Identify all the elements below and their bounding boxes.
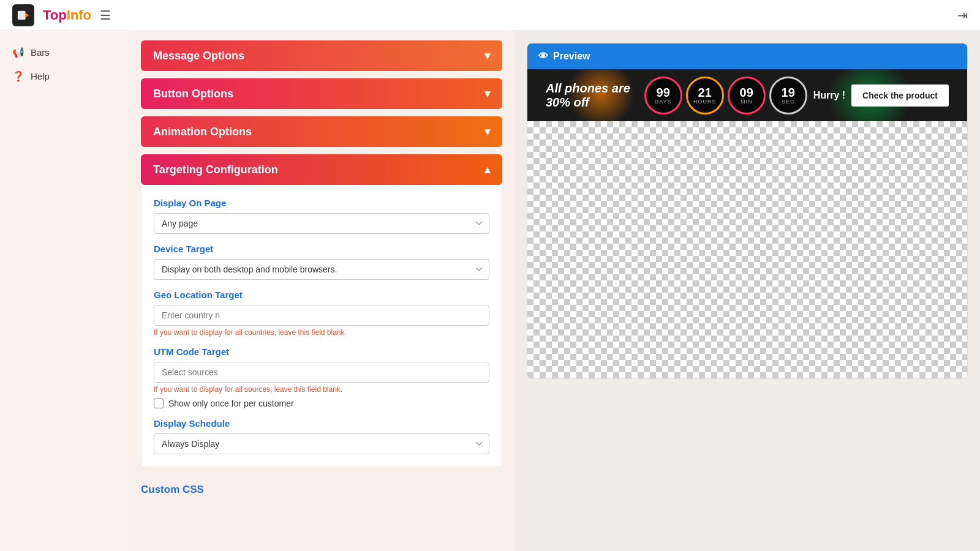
svg-rect-0 [18,10,26,20]
counter-days-num: 99 [657,86,670,99]
display-on-page-label: Display On Page [154,198,489,208]
svg-marker-1 [26,13,29,17]
accordion-targeting-config-label: Targeting Configuration [153,163,278,176]
accordion-message-options-chevron: ▾ [484,49,490,62]
right-panel: 👁 Preview All phones are 30% off 99 DAYS [514,31,980,551]
utm-code-label: UTM Code Target [154,347,489,357]
accordion-animation-options[interactable]: Animation Options ▾ [141,116,502,147]
preview-banner: All phones are 30% off 99 DAYS 21 HOURS … [527,69,967,121]
preview-label: Preview [553,51,590,62]
display-schedule-select[interactable]: Always Display Specific Dates Weekly Sch… [154,433,489,454]
brand-name: TopInfo [43,7,91,23]
show-once-label: Show only once for per customer [168,399,294,408]
accordion-message-options-label: Message Options [153,50,244,62]
accordion-button-options[interactable]: Button Options ▾ [141,78,502,109]
device-target-label: Device Target [154,244,489,254]
counter-mins: 09 MIN [728,77,766,114]
display-schedule-label: Display Schedule [154,418,489,429]
sidebar-item-label-bars: Bars [31,47,50,58]
preview-checker-area [527,121,967,378]
content-area: Message Options ▾ Button Options ▾ Anima… [129,31,980,551]
counter-days-label: DAYS [655,99,672,105]
preview-header: 👁 Preview [527,43,967,69]
targeting-body: Display On Page Any page Homepage Shop P… [141,185,502,467]
banner-counters: 99 DAYS 21 HOURS 09 MIN 19 [644,77,807,114]
counter-secs-num: 19 [782,86,795,99]
geo-location-hint: If you want to display for all countries… [154,328,489,337]
custom-css-header[interactable]: Custom CSS [141,474,502,504]
sidebar: 📢 Bars ❓ Help [0,31,129,551]
logout-button[interactable]: ⇥ [957,8,968,23]
utm-code-input[interactable] [154,362,489,383]
counter-mins-label: MIN [741,99,753,105]
accordion-targeting-config[interactable]: Targeting Configuration ▴ [141,154,502,185]
counter-days: 99 DAYS [644,77,682,114]
geo-location-input[interactable] [154,305,489,326]
main-layout: 📢 Bars ❓ Help Message Options ▾ Button O… [0,31,980,551]
show-once-row: Show only once for per customer [154,399,489,408]
show-once-checkbox[interactable] [154,399,164,408]
banner-promo-text: All phones are 30% off [546,81,644,110]
bars-icon: 📢 [12,47,24,58]
sidebar-item-help[interactable]: ❓ Help [0,64,128,88]
geo-location-label: Geo Location Target [154,290,489,300]
display-on-page-select[interactable]: Any page Homepage Shop Product [154,213,489,234]
accordion-animation-options-chevron: ▾ [484,125,490,138]
counter-secs-label: SEC [782,99,795,105]
banner-cta-button[interactable]: Check the product [851,84,949,107]
counter-mins-num: 09 [740,86,753,99]
logout-icon: ⇥ [957,9,968,22]
accordion-button-options-chevron: ▾ [484,87,490,100]
sidebar-item-label-help: Help [31,71,50,81]
accordion-message-options[interactable]: Message Options ▾ [141,40,502,71]
banner-hurry-text: Hurry ! [813,90,845,101]
counter-secs: 19 SEC [769,77,807,114]
device-target-select[interactable]: Display on both desktop and mobile brows… [154,259,489,280]
accordion-targeting-config-chevron: ▴ [484,163,490,176]
accordion-button-options-label: Button Options [153,88,233,100]
accordion-animation-options-label: Animation Options [153,126,252,138]
topnav-left: TopInfo ☰ [12,4,111,26]
topnav: TopInfo ☰ ⇥ [0,0,980,31]
preview-box: 👁 Preview All phones are 30% off 99 DAYS [527,43,968,379]
counter-hours-num: 21 [698,86,712,99]
preview-eye-icon: 👁 [538,51,548,62]
left-panel: Message Options ▾ Button Options ▾ Anima… [129,31,514,551]
help-icon: ❓ [12,70,24,82]
counter-hours: 21 HOURS [686,77,724,114]
counter-hours-label: HOURS [693,99,717,105]
logo-icon [12,4,34,26]
sidebar-item-bars[interactable]: 📢 Bars [0,40,128,64]
hamburger-button[interactable]: ☰ [100,8,111,23]
utm-code-hint: If you want to display for all sources, … [154,385,489,394]
